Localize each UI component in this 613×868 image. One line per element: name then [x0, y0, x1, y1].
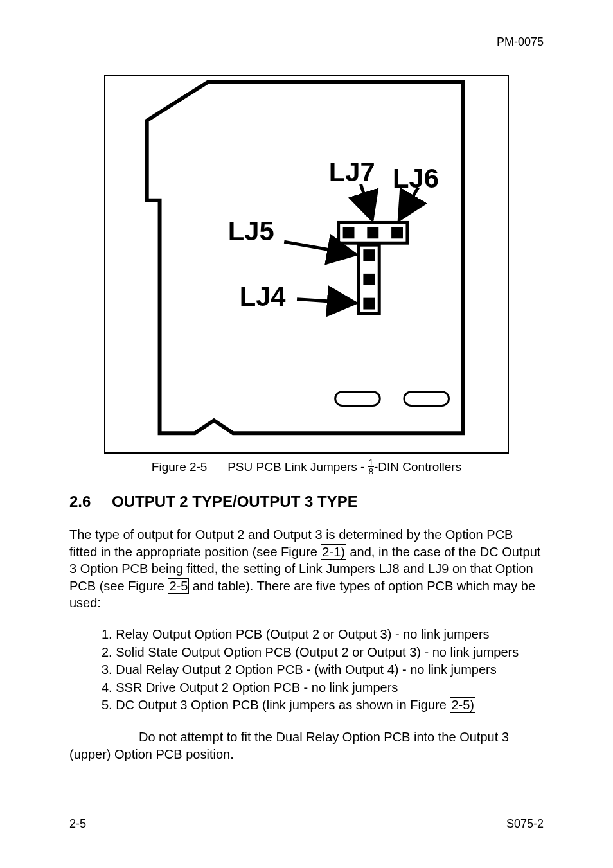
svg-text:LJ7: LJ7	[329, 157, 375, 187]
svg-rect-6	[363, 274, 375, 285]
footer-right: S075-2	[506, 817, 544, 831]
svg-line-13	[297, 299, 355, 303]
footer-left: 2-5	[69, 817, 86, 831]
figure-caption-text-a: PSU PCB Link Jumpers -	[227, 460, 368, 474]
figure-caption: Figure 2-5 PSU PCB Link Jumpers - 18-DIN…	[69, 459, 544, 476]
svg-text:LJ4: LJ4	[240, 281, 286, 312]
svg-rect-1	[343, 227, 355, 238]
section-title: OUTPUT 2 TYPE/OUTPUT 3 TYPE	[112, 493, 358, 510]
svg-text:LJ6: LJ6	[393, 163, 439, 193]
body-paragraph: The type of output for Output 2 and Outp…	[69, 526, 544, 612]
svg-rect-9	[404, 392, 449, 406]
figure-ref-2-5[interactable]: 2-5	[168, 578, 189, 594]
figure-ref-2-1[interactable]: 2-1)	[321, 544, 346, 560]
list-item: 1. Relay Output Option PCB (Output 2 or …	[102, 626, 544, 644]
list-item: 3. Dual Relay Output 2 Option PCB - (wit…	[102, 661, 544, 679]
figure-2-5: LJ7 LJ6 LJ5 LJ4	[104, 75, 509, 454]
section-number: 2.6	[69, 493, 112, 511]
svg-line-10	[360, 184, 372, 220]
list-item: 4. SSR Drive Output 2 Option PCB - no li…	[102, 679, 544, 697]
svg-rect-8	[335, 392, 380, 406]
svg-rect-3	[391, 227, 403, 238]
figure-ref-2-5b[interactable]: 2-5)	[450, 697, 475, 713]
svg-rect-7	[363, 298, 375, 310]
doc-id: PM-0075	[69, 35, 544, 49]
page-footer: 2-5 S075-2	[69, 817, 544, 831]
note-paragraph: Do not attempt to fit the Dual Relay Opt…	[69, 729, 544, 763]
svg-text:LJ5: LJ5	[228, 216, 274, 246]
fraction-one-eighth: 18	[368, 458, 374, 475]
svg-rect-2	[367, 227, 378, 238]
section-heading: 2.6OUTPUT 2 TYPE/OUTPUT 3 TYPE	[69, 493, 544, 511]
list-item: 2. Solid State Output Option PCB (Output…	[102, 644, 544, 662]
psu-pcb-diagram: LJ7 LJ6 LJ5 LJ4	[105, 76, 508, 452]
figure-number: Figure 2-5	[152, 460, 208, 474]
svg-rect-5	[363, 249, 375, 261]
list-item: 5. DC Output 3 Option PCB (link jumpers …	[102, 696, 544, 714]
figure-caption-text-b: -DIN Controllers	[374, 460, 461, 474]
option-list: 1. Relay Output Option PCB (Output 2 or …	[102, 626, 544, 714]
